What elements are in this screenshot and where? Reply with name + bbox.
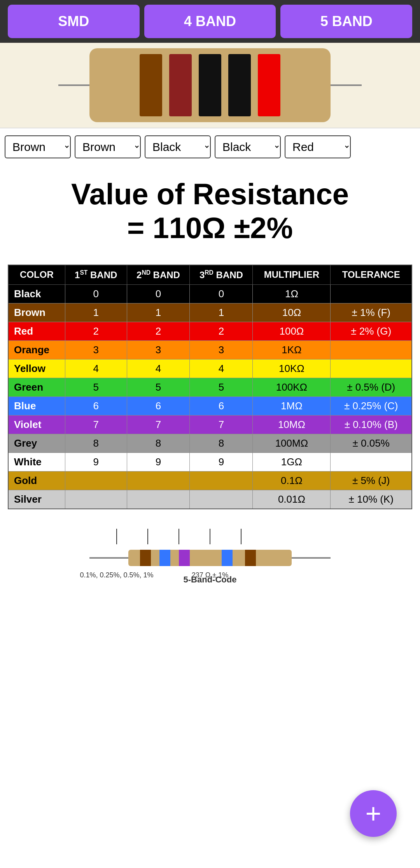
band1-select[interactable]: BrownBlackRedOrange YellowGreenBlueViole… [5,135,71,158]
color-name-cell: Black [8,284,65,303]
band1-val: 1 [65,303,127,322]
band-3 [199,54,221,116]
svg-rect-8 [159,550,170,566]
dropdowns-row: BrownBlackRedOrange YellowGreenBlueViole… [0,128,420,165]
color-name-cell: Green [8,378,65,396]
table-row: Gold 0.1Ω ± 5% (J) [8,471,412,490]
tolerance-val: ± 0.05% [331,434,412,452]
band3-val [190,490,253,509]
tolerance-val [331,284,412,303]
band1-val: 2 [65,322,127,340]
multiplier-val: 0.1Ω [253,471,331,490]
multiplier-val: 100KΩ [253,378,331,396]
band4-select[interactable]: BlackBrownRedOrange YellowGreenBlueViole… [215,135,281,158]
table-row: White 9 9 9 1GΩ [8,452,412,471]
value-display: Value of Resistance = 110Ω ±2% [0,165,420,261]
tolerance-val: ± 5% (J) [331,471,412,490]
svg-rect-9 [179,550,190,566]
table-row: Red 2 2 2 100Ω ± 2% (G) [8,322,412,340]
tolerance-val: ± 0.25% (C) [331,396,412,415]
5band-diagram: 0.1%, 0.25%, 0.5%, 1% 237 Ω ± 1% 5-Band-… [78,521,342,583]
band5-select[interactable]: RedBlackBrownOrange YellowGreenBlueViole… [285,135,351,158]
multiplier-val: 1KΩ [253,340,331,359]
color-name-cell: Red [8,322,65,340]
resistance-value-line1: Value of Resistance [8,177,412,211]
color-name-cell: Violet [8,415,65,434]
color-table-wrapper: COLOR 1ST BAND 2ND BAND 3RD BAND MULTIPL… [0,261,420,599]
tolerance-val: ± 0.5% (D) [331,378,412,396]
band3-val: 9 [190,452,253,471]
multiplier-val: 10MΩ [253,415,331,434]
band3-val: 8 [190,434,253,452]
smd-button[interactable]: SMD [8,5,140,38]
multiplier-val: 100MΩ [253,434,331,452]
band3-val: 3 [190,340,253,359]
band2-val: 3 [127,340,190,359]
color-name-cell: Grey [8,434,65,452]
color-name-cell: Brown [8,303,65,322]
table-row: Violet 7 7 7 10MΩ ± 0.10% (B) [8,415,412,434]
multiplier-val: 1MΩ [253,396,331,415]
band-5 [258,54,280,116]
band3-val: 2 [190,322,253,340]
resistance-value-line2: = 110Ω ±2% [8,211,412,245]
band3-val: 6 [190,396,253,415]
resistor-visual [0,43,420,128]
table-row: Silver 0.01Ω ± 10% (K) [8,490,412,509]
band3-val: 0 [190,284,253,303]
band2-val: 9 [127,452,190,471]
table-row: Orange 3 3 3 1KΩ [8,340,412,359]
color-name-cell: White [8,452,65,471]
multiplier-val: 1GΩ [253,452,331,471]
band-2 [169,54,192,116]
band3-val: 7 [190,415,253,434]
multiplier-val: 0.01Ω [253,490,331,509]
resistor-body [89,48,331,122]
band2-val: 4 [127,359,190,378]
color-name-cell: Orange [8,340,65,359]
band1-val: 5 [65,378,127,396]
band2-val: 0 [127,284,190,303]
band1-val: 8 [65,434,127,452]
band2-val [127,471,190,490]
band3-select[interactable]: BlackBrownRedOrange YellowGreenBlueViole… [145,135,211,158]
tolerance-val: ± 0.10% (B) [331,415,412,434]
fab-plus-icon: + [366,798,382,829]
4band-button[interactable]: 4 BAND [144,5,276,38]
table-row: Green 5 5 5 100KΩ ± 0.5% (D) [8,378,412,396]
band3-val: 1 [190,303,253,322]
col-header-tol: TOLERANCE [331,265,412,285]
multiplier-val: 10Ω [253,303,331,322]
svg-text:5-Band-Code: 5-Band-Code [184,575,237,583]
band2-select[interactable]: BrownBlackRedOrange YellowGreenBlueViole… [75,135,141,158]
col-header-3rd: 3RD BAND [190,265,253,285]
band2-val: 1 [127,303,190,322]
band2-val: 2 [127,322,190,340]
band1-val [65,490,127,509]
color-reference-table: COLOR 1ST BAND 2ND BAND 3RD BAND MULTIPL… [8,265,412,509]
band1-val: 6 [65,396,127,415]
fab-add-button[interactable]: + [350,790,397,837]
band3-val: 4 [190,359,253,378]
band2-val: 5 [127,378,190,396]
tolerance-val [331,452,412,471]
band-diagram-section: 0.1%, 0.25%, 0.5%, 1% 237 Ω ± 1% 5-Band-… [8,521,412,583]
band2-val: 8 [127,434,190,452]
col-header-2nd: 2ND BAND [127,265,190,285]
tolerance-val [331,340,412,359]
svg-rect-7 [140,550,151,566]
multiplier-val: 100Ω [253,322,331,340]
col-header-mult: MULTIPLIER [253,265,331,285]
tolerance-val: ± 10% (K) [331,490,412,509]
svg-rect-11 [245,550,256,566]
5band-button[interactable]: 5 BAND [280,5,412,38]
color-name-cell: Blue [8,396,65,415]
table-row: Yellow 4 4 4 10KΩ [8,359,412,378]
band3-val [190,471,253,490]
col-header-1st: 1ST BAND [65,265,127,285]
color-name-cell: Silver [8,490,65,509]
band2-val [127,490,190,509]
band3-val: 5 [190,378,253,396]
col-header-color: COLOR [8,265,65,285]
band1-val: 0 [65,284,127,303]
